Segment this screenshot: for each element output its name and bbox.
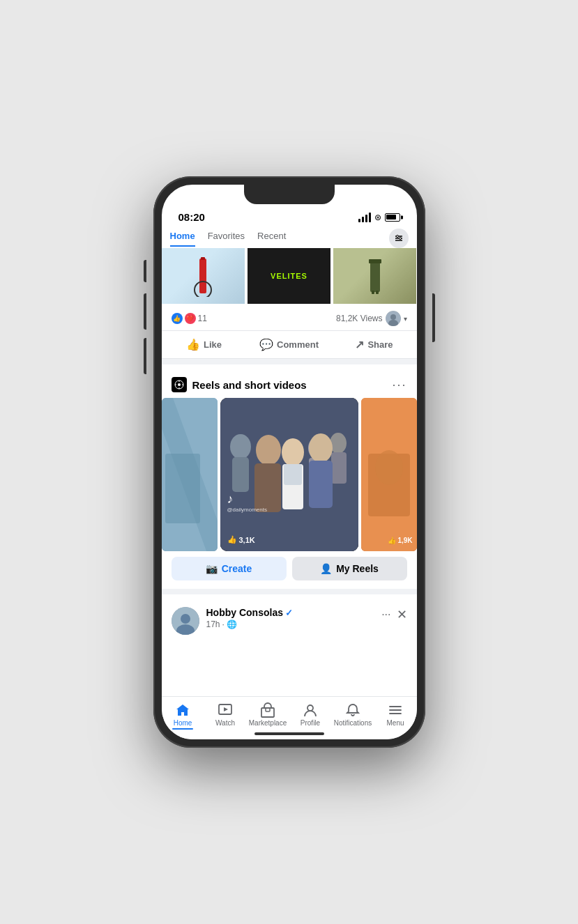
nav-home-label: Home <box>174 719 192 727</box>
nav-notifications[interactable]: Notifications <box>332 697 374 730</box>
person-icon: 👤 <box>320 563 332 574</box>
post-images-strip: VELITES <box>162 248 417 307</box>
reels-icon <box>172 377 187 392</box>
svg-point-4 <box>399 238 401 240</box>
reel-likes-count: 3,1K <box>239 536 255 544</box>
reels-title: Reels and short videos <box>192 379 307 391</box>
reels-title-left: Reels and short videos <box>172 377 307 392</box>
like-label: Like <box>204 339 222 350</box>
svg-rect-28 <box>331 452 347 484</box>
reels-buttons: 📷 Create 👤 My Reels <box>162 557 417 589</box>
verified-badge-icon: ✓ <box>285 608 293 618</box>
status-bar: 08:20 ⊛ <box>162 204 417 226</box>
post-author-avatar <box>172 607 199 635</box>
nav-marketplace[interactable]: Marketplace <box>247 697 289 730</box>
svg-rect-35 <box>284 464 302 485</box>
divider-2 <box>162 589 417 594</box>
create-reel-button[interactable]: 📷 Create <box>172 557 287 580</box>
create-label: Create <box>222 563 252 574</box>
reels-section: Reels and short videos ··· <box>162 370 417 589</box>
thumbs-up-icon-right: 👍 <box>388 537 396 544</box>
tab-recent[interactable]: Recent <box>257 231 286 247</box>
my-reels-button[interactable]: 👤 My Reels <box>292 557 407 580</box>
svg-rect-26 <box>232 457 249 492</box>
nav-profile[interactable]: Profile <box>289 697 332 730</box>
nav-notifications-label: Notifications <box>334 719 372 727</box>
nav-marketplace-label: Marketplace <box>249 719 287 727</box>
thumbs-up-icon: 👍 <box>186 338 200 351</box>
tiktok-badge: ♪ @dailymoments <box>227 492 267 513</box>
nav-menu[interactable]: Menu <box>374 697 417 730</box>
reactions-count: 11 <box>198 314 207 323</box>
tab-favorites[interactable]: Favorites <box>208 231 245 247</box>
signal-icon <box>358 213 371 222</box>
reel-main-item[interactable]: ♪ @dailymoments 👍 3,1K <box>220 398 358 551</box>
nav-home[interactable]: Home <box>162 697 204 730</box>
power-button <box>144 260 146 282</box>
watch-icon <box>218 702 233 718</box>
thumbs-up-icon: 👍 <box>227 535 237 544</box>
tiktok-username: @dailymoments <box>227 507 267 513</box>
svg-rect-5 <box>199 259 206 293</box>
svg-rect-46 <box>261 708 274 717</box>
home-active-indicator <box>172 728 193 730</box>
reels-header: Reels and short videos ··· <box>162 370 417 398</box>
comment-button[interactable]: 💬 Comment <box>247 332 332 357</box>
svg-point-40 <box>375 450 403 485</box>
heart-reaction-icon: ❤️ <box>185 313 196 324</box>
side-button <box>432 293 435 342</box>
views-avatar <box>386 311 401 326</box>
post-more-icon[interactable]: ··· <box>381 608 390 621</box>
svg-rect-23 <box>165 454 200 523</box>
camera-icon: 📷 <box>206 563 218 574</box>
svg-point-13 <box>390 314 396 320</box>
post-meta: Hobby Consolas ✓ 17h · 🌐 <box>206 607 375 629</box>
nav-watch[interactable]: Watch <box>204 697 247 730</box>
svg-point-36 <box>309 433 333 463</box>
svg-point-48 <box>307 705 313 711</box>
reactions-left: 👍 ❤️ 11 <box>172 313 207 324</box>
comment-label: Comment <box>277 339 319 350</box>
reel-video-bg: ♪ @dailymoments 👍 3,1K <box>220 398 358 551</box>
post-close-icon[interactable]: ✕ <box>397 607 407 622</box>
post-author-name: Hobby Consolas ✓ <box>206 607 375 618</box>
reel-left-item[interactable] <box>162 398 218 551</box>
notifications-icon <box>345 702 360 718</box>
reel-main-likes: 👍 3,1K <box>227 535 255 544</box>
post-image-3 <box>333 248 416 304</box>
post-time: 17h · 🌐 <box>206 619 375 629</box>
dot-separator: · <box>222 619 225 629</box>
reel-right-likes: 👍 1,9K <box>388 537 412 544</box>
svg-point-33 <box>282 438 304 466</box>
svg-rect-8 <box>370 261 380 292</box>
bottom-nav: Home Watch Marketplace <box>162 696 417 730</box>
post-actions-right: ··· ✕ <box>381 607 406 622</box>
svg-marker-45 <box>224 707 228 711</box>
svg-point-16 <box>178 383 181 386</box>
post-below-reels: Hobby Consolas ✓ 17h · 🌐 ··· ✕ <box>162 600 417 642</box>
home-indicator <box>254 732 324 735</box>
home-indicator-bar <box>162 730 417 739</box>
home-icon <box>175 702 190 718</box>
phone-screen: 08:20 ⊛ Home Favorites Recent <box>162 185 417 739</box>
svg-rect-47 <box>266 708 270 711</box>
share-button[interactable]: ↗ Share <box>332 332 417 357</box>
facebook-header: Home Favorites Recent <box>162 226 417 248</box>
like-button[interactable]: 👍 Like <box>162 332 247 357</box>
reel-right-item[interactable]: 👍 1,9K <box>361 398 417 551</box>
share-icon: ↗ <box>355 338 364 351</box>
svg-rect-10 <box>372 291 374 294</box>
svg-point-42 <box>181 614 190 624</box>
marketplace-icon <box>260 702 275 718</box>
nav-menu-label: Menu <box>386 719 404 727</box>
reels-more-icon[interactable]: ··· <box>392 378 406 392</box>
tab-home[interactable]: Home <box>170 231 195 247</box>
filter-icon[interactable] <box>389 229 409 248</box>
comment-icon: 💬 <box>259 338 273 351</box>
svg-rect-9 <box>369 259 381 263</box>
svg-point-25 <box>230 434 251 459</box>
my-reels-label: My Reels <box>336 563 379 574</box>
content-area: VELITES 👍 ❤️ 11 <box>162 248 417 696</box>
menu-icon <box>388 702 403 718</box>
profile-icon <box>303 702 318 718</box>
